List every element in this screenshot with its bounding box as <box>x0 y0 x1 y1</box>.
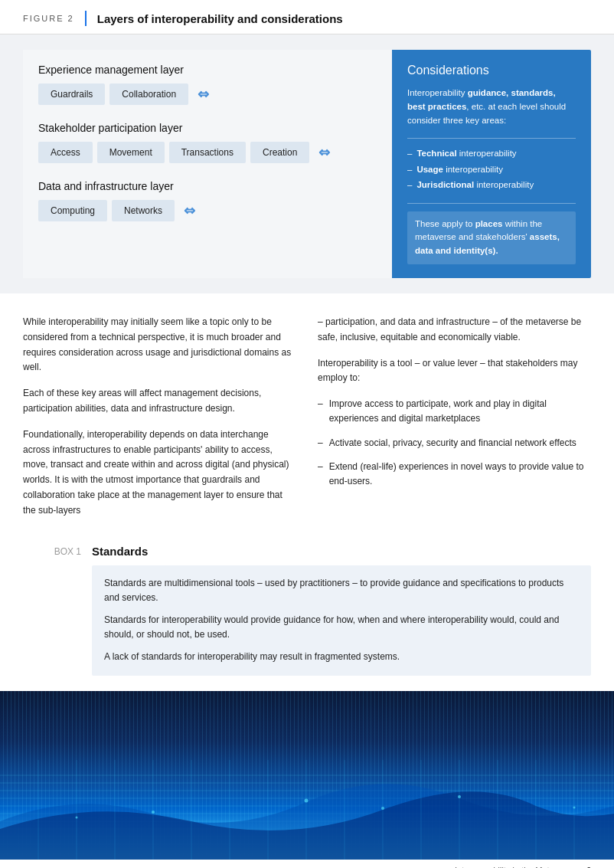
box-label: BOX 1 <box>54 546 81 557</box>
body-section: While interoperability may initially see… <box>0 293 614 545</box>
pill-networks: Networks <box>112 200 175 221</box>
figure-label: FIGURE 2 <box>23 14 74 23</box>
box-label-col: BOX 1 <box>23 545 92 676</box>
body-col2-para: Interoperability is a tool – or value le… <box>318 356 591 387</box>
body-col-right: – participation, and data and infrastruc… <box>318 315 591 529</box>
box-item-1: Standards are multidimensional tools – u… <box>104 576 579 605</box>
body-col-left: While interoperability may initially see… <box>23 315 296 529</box>
arrow-data: ⇔ <box>184 202 195 219</box>
pill-movement: Movement <box>97 142 165 163</box>
pill-computing: Computing <box>38 200 107 221</box>
box-section: BOX 1 Standards Standards are multidimen… <box>0 545 614 691</box>
considerations-bullets: Technical interoperability Usage interop… <box>407 146 576 192</box>
pill-collaboration: Collaboration <box>109 84 188 105</box>
image-section <box>0 691 614 860</box>
main-content: Experience management layer Guardrails C… <box>0 34 614 293</box>
layer-title-experience: Experience management layer <box>38 64 377 76</box>
wave-graphic <box>0 760 614 860</box>
body-para-3: Foundationally, interoperability depends… <box>23 427 296 519</box>
considerations-panel: Considerations Interoperability guidance… <box>392 50 591 278</box>
layer-block-stakeholder: Stakeholder participation layer Access M… <box>38 122 377 163</box>
considerations-intro: Interoperability guidance, standards, be… <box>407 87 576 127</box>
figure-box: Experience management layer Guardrails C… <box>23 50 591 278</box>
body-para-1: While interoperability may initially see… <box>23 315 296 375</box>
considerations-divider <box>407 138 576 139</box>
pill-access: Access <box>38 142 93 163</box>
considerations-divider-2 <box>407 203 576 204</box>
layer-title-stakeholder: Stakeholder participation layer <box>38 122 377 134</box>
box-inner: Standards are multidimensional tools – u… <box>92 565 591 676</box>
page-header: FIGURE 2 Layers of interoperability and … <box>0 0 614 34</box>
body-bullet-3: Extend (real-life) experiences in novel … <box>318 460 591 489</box>
svg-point-29 <box>76 816 78 818</box>
svg-point-30 <box>381 807 384 810</box>
figure-title: Layers of interoperability and considera… <box>97 12 343 25</box>
layer-pills-stakeholder: Access Movement Transactions Creation ⇔ <box>38 142 377 163</box>
svg-point-28 <box>573 806 576 808</box>
considerations-footer: These apply to places within the metaver… <box>407 211 576 264</box>
page-footer: Interoperability in the Metaverse 6 <box>0 860 614 868</box>
bullet-jurisdictional: Jurisdictional interoperability <box>407 178 576 192</box>
layer-title-data: Data and infrastructure layer <box>38 180 377 192</box>
footer-text: Interoperability in the Metaverse <box>454 866 574 868</box>
arrow-experience: ⇔ <box>198 86 209 103</box>
body-para-2: Each of these key areas will affect mana… <box>23 386 296 417</box>
body-col2-intro: – participation, and data and infrastruc… <box>318 315 591 346</box>
figure-divider <box>85 11 87 26</box>
bullet-technical: Technical interoperability <box>407 146 576 160</box>
svg-point-27 <box>458 795 461 798</box>
box-item-2: Standards for interoperability would pro… <box>104 613 579 642</box>
body-bullet-2: Activate social, privacy, security and f… <box>318 436 591 450</box>
body-bullet-1: Improve access to participate, work and … <box>318 397 591 426</box>
body-bullets: Improve access to participate, work and … <box>318 397 591 489</box>
box-title: Standards <box>92 545 591 558</box>
pill-guardrails: Guardrails <box>38 84 105 105</box>
svg-point-26 <box>305 798 309 802</box>
layer-pills-data: Computing Networks ⇔ <box>38 200 377 221</box>
bullet-usage: Usage interoperability <box>407 162 576 176</box>
footer-page: 6 <box>586 866 591 868</box>
arrow-stakeholder: ⇔ <box>318 144 330 161</box>
pill-creation: Creation <box>250 142 309 163</box>
layer-block-data: Data and infrastructure layer Computing … <box>38 180 377 221</box>
box-content-col: Standards Standards are multidimensional… <box>92 545 591 676</box>
layers-section: Experience management layer Guardrails C… <box>23 50 392 278</box>
considerations-title: Considerations <box>407 64 576 77</box>
svg-point-25 <box>152 811 155 814</box>
pill-transactions: Transactions <box>169 142 246 163</box>
layer-block-experience: Experience management layer Guardrails C… <box>38 64 377 105</box>
layer-pills-experience: Guardrails Collaboration ⇔ <box>38 84 377 105</box>
box-item-3: A lack of standards for interoperability… <box>104 650 579 664</box>
